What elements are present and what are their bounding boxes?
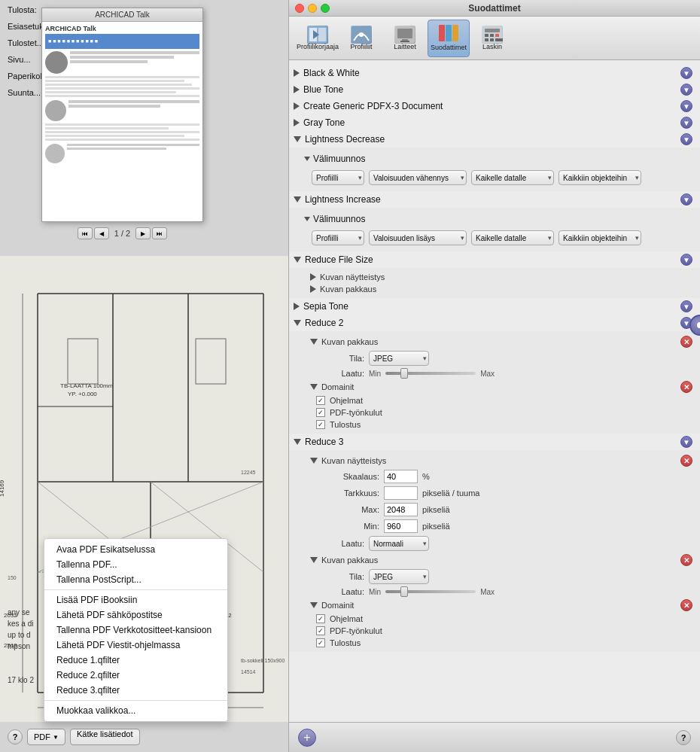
dropdown-item-lisaa-ibooks[interactable]: Lisää PDF iBooksiin — [44, 592, 227, 607]
destination-select-ld[interactable]: Kaikelle datalle — [471, 170, 554, 185]
domainit-label-r3: Domainit — [321, 601, 354, 610]
cb-ohjelmat-r2[interactable] — [316, 396, 325, 405]
pdf-dropdown-menu: Avaa PDF Esikatselussa Tallenna PDF... T… — [44, 538, 228, 722]
profili-select-ld[interactable]: Profiilli — [312, 170, 364, 185]
slider-track-r3[interactable] — [385, 590, 476, 593]
filter-add-btn-reduce-file-size[interactable]: ▼ — [680, 254, 692, 266]
skaalaus-input-r3[interactable] — [384, 470, 418, 483]
filter-label-blue-tone: Blue Tone — [303, 84, 680, 95]
toolbar-item-profiilikorjaaja[interactable]: Profiilikorjaaja — [297, 20, 339, 57]
dropdown-item-reduce2[interactable]: Reduce 2.qfilter — [44, 668, 227, 683]
filter-add-btn-reduce3[interactable]: ▼ — [680, 436, 692, 448]
expand-icon-blue-tone — [294, 86, 300, 93]
expand-icon-kuvan-pakkaus-r3 — [310, 557, 318, 563]
filter-add-btn-lightness-decrease[interactable]: ▼ — [680, 133, 692, 145]
window-title: Suodattimet — [468, 3, 520, 14]
filter-add-btn-blue-tone[interactable]: ▼ — [680, 84, 692, 96]
nav-first-btn[interactable]: ⏮ — [78, 227, 93, 239]
text-overlay-5: 17 klo 2 — [8, 676, 34, 684]
cb-ohjelmat-r3[interactable] — [316, 614, 325, 623]
profili-select-li[interactable]: Profiilli — [312, 230, 364, 245]
remove-btn-domainit-r2[interactable]: ✕ — [680, 381, 692, 393]
dropdown-item-avaa-pdf[interactable]: Avaa PDF Esikatselussa — [44, 542, 227, 557]
dropdown-item-laheta-email[interactable]: Lähetä PDF sähköpostitse — [44, 607, 227, 623]
dropdown-item-laheta-viestit[interactable]: Lähetä PDF Viestit-ohjelmassa — [44, 638, 227, 653]
nav-next-btn[interactable]: ▶ — [135, 227, 151, 239]
toolbar-label-laitteet: Laitteet — [394, 44, 416, 51]
filter-add-btn-gray-tone[interactable]: ▼ — [680, 117, 692, 129]
dropdown-item-tallenna-verkko[interactable]: Tallenna PDF Verkkotositteet-kansioon — [44, 623, 227, 638]
toolbar-item-suodattimet[interactable]: Suodattimet — [428, 20, 470, 57]
destination-select-li[interactable]: Kaikelle datalle — [471, 230, 554, 245]
filter-label-reduce-file-size: Reduce File Size — [305, 254, 680, 265]
kuvan-naytteistys-header-r3: Kuvan näytteistys ✕ — [289, 453, 700, 468]
objects-select-ld[interactable]: Kaikkiin objekteihin — [558, 170, 641, 185]
toolbar-item-laskin[interactable]: Laskin — [471, 20, 513, 57]
minimize-button[interactable] — [308, 4, 317, 13]
slider-thumb-r3[interactable] — [400, 586, 408, 597]
expand-icon-reduce-file-size — [294, 257, 301, 263]
cb-tulostus-r2[interactable] — [316, 420, 325, 429]
cb-label-pdf-tyonkulut-r3: PDF-työnkulut — [330, 626, 382, 635]
add-filter-button[interactable]: + — [298, 729, 316, 747]
remove-btn-kuvan-naytteistys-r3[interactable]: ✕ — [680, 455, 692, 467]
pdf-button[interactable]: PDF ▼ — [27, 729, 65, 745]
tila-select-r2[interactable]: JPEG — [369, 351, 429, 366]
help-button[interactable]: ? — [8, 729, 23, 744]
dropdown-item-reduce3[interactable]: Reduce 3.qfilter — [44, 683, 227, 698]
cb-pdf-tyonkulut-r2[interactable] — [316, 408, 325, 417]
svg-text:YP. +0.000: YP. +0.000 — [68, 391, 97, 397]
dropdown-item-muokkaa[interactable]: Muokkaa valikkoa... — [44, 703, 227, 718]
svg-rect-46 — [485, 29, 500, 32]
page-indicator: 1 / 2 — [114, 229, 130, 238]
svg-rect-44 — [452, 25, 458, 41]
action-select-li[interactable]: Valoisuuden lisäys — [369, 230, 467, 245]
maximize-button[interactable] — [321, 4, 330, 13]
text-overlay-4: mpson — [8, 642, 30, 650]
objects-select-li[interactable]: Kaikkiin objekteihin — [558, 230, 641, 245]
filter-add-btn-sepia-tone[interactable]: ▼ — [680, 300, 692, 312]
normaali-select-r3[interactable]: Normaali — [369, 536, 429, 551]
filter-expanded-lightness-decrease: Välimuunnos Profiilli Valoisuuden vähenn… — [289, 148, 700, 191]
nav-last-btn[interactable]: ⏭ — [152, 227, 167, 239]
remove-btn-kuvan-pakkaus-r2[interactable]: ✕ — [680, 336, 692, 348]
objects-wrapper-ld: Kaikkiin objekteihin — [558, 170, 641, 185]
tila-select-wrapper-r3: JPEG — [369, 569, 429, 584]
filter-row-lightness-increase: Lightness Increase ▼ — [289, 191, 700, 208]
laatu-slider-row-r2: Laatu: Min Max — [289, 367, 700, 379]
nav-prev-btn[interactable]: ◀ — [94, 227, 109, 239]
expand-icon-kuvan-naytteistys-r3 — [310, 458, 318, 464]
max-input-r3[interactable] — [384, 503, 418, 516]
filter-add-btn-create-generic[interactable]: ▼ — [680, 100, 692, 112]
slider-thumb-r2[interactable] — [400, 368, 408, 379]
tila-select-r3[interactable]: JPEG — [369, 569, 429, 584]
profiilikorjaaja-icon — [307, 26, 328, 44]
slider-track-r2[interactable] — [385, 372, 476, 375]
filter-add-btn-black-white[interactable]: ▼ — [680, 67, 692, 79]
titlebar-controls — [295, 4, 330, 13]
remove-btn-kuvan-pakkaus-r3[interactable]: ✕ — [680, 554, 692, 566]
tarkkuus-label-r3: Tarkkuus: — [327, 489, 379, 498]
hide-info-button[interactable]: Kätke lisätiedot — [70, 729, 140, 745]
min-input-r3[interactable] — [384, 519, 418, 533]
svg-point-37 — [359, 32, 364, 37]
toolbar-item-laitteet[interactable]: Laitteet — [384, 20, 426, 57]
cb-tulostus-r3[interactable] — [316, 638, 325, 647]
cb-pdf-tyonkulut-r3[interactable] — [316, 626, 325, 635]
bottom-help-button[interactable]: ? — [676, 730, 691, 745]
dropdown-item-tallenna-postscript[interactable]: Tallenna PostScript... — [44, 572, 227, 587]
dropdown-item-tallenna-pdf[interactable]: Tallenna PDF... — [44, 557, 227, 572]
filter-add-btn-lightness-increase[interactable]: ▼ — [680, 193, 692, 206]
cb-row-ohjelmat-r2: Ohjelmat — [289, 394, 700, 406]
kuvan-pakkaus-label-r3: Kuvan pakkaus — [321, 556, 378, 565]
tarkkuus-row-r3: Tarkkuus: pikseliä / tuuma — [289, 485, 700, 501]
valimuunnos-selects-ld: Profiilli Valoisuuden vähennys Kaikelle … — [289, 167, 700, 188]
close-button[interactable] — [295, 4, 304, 13]
tarkkuus-input-r3[interactable] — [384, 486, 418, 500]
remove-btn-domainit-r3[interactable]: ✕ — [680, 599, 692, 611]
action-select-ld[interactable]: Valoisuuden vähennys — [369, 170, 467, 185]
dropdown-item-reduce1[interactable]: Reduce 1.qfilter — [44, 653, 227, 668]
toolbar-item-profiiliit[interactable]: Profiiliit — [340, 20, 382, 57]
bottom-bar: + ? — [289, 722, 700, 752]
svg-rect-41 — [400, 41, 409, 42]
